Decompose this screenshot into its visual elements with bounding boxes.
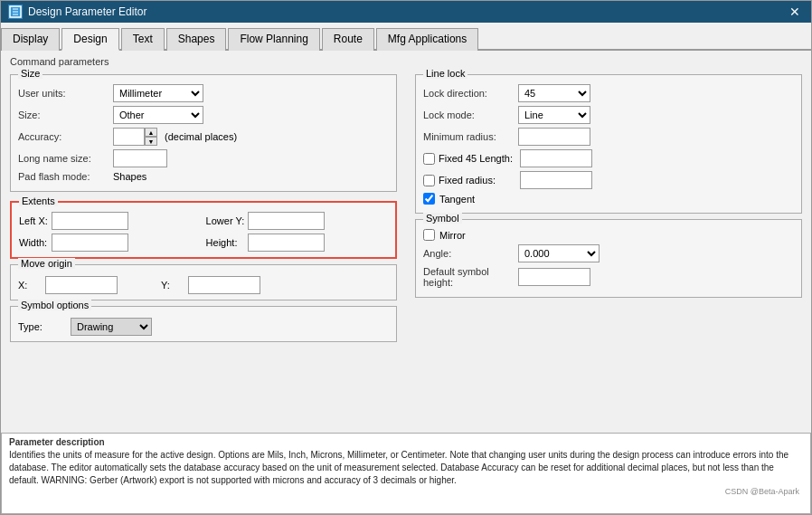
description-panel: Parameter description Identifies the uni… <box>1 433 811 514</box>
size-group: Size User units: Millimeter Size: Other <box>10 74 397 192</box>
width-input[interactable]: 200.0000 <box>52 234 128 252</box>
user-units-label: User units: <box>18 88 113 99</box>
lock-direction-label: Lock direction: <box>423 88 518 99</box>
min-radius-label: Minimum radius: <box>423 131 518 142</box>
long-name-row: Long name size: 255 <box>18 149 389 167</box>
fixed-radius-checkbox[interactable] <box>423 175 435 186</box>
lock-mode-label: Lock mode: <box>423 110 518 120</box>
default-height-label: Default symbol height: <box>423 266 518 288</box>
lock-direction-row: Lock direction: 45 <box>423 84 794 102</box>
pad-flash-value: Shapes <box>113 171 146 182</box>
width-label: Width: <box>19 237 48 248</box>
pad-flash-row: Pad flash mode: Shapes <box>18 171 389 182</box>
type-label: Type: <box>18 321 63 332</box>
spinner-up[interactable]: ▲ <box>145 128 157 137</box>
size-select[interactable]: Other <box>113 106 203 124</box>
move-origin-group: Move origin X: 0.0000 Y: 0.0000 <box>10 264 397 300</box>
close-button[interactable]: ✕ <box>786 5 804 19</box>
tangent-checkbox[interactable] <box>423 193 435 205</box>
left-x-label: Left X: <box>19 215 48 226</box>
tab-display[interactable]: Display <box>1 28 60 51</box>
angle-row: Angle: 0.000 <box>423 244 794 262</box>
accuracy-label: Accuracy: <box>18 131 113 142</box>
left-column: Size User units: Millimeter Size: Other <box>10 74 397 427</box>
tab-text[interactable]: Text <box>121 28 165 51</box>
lock-direction-select[interactable]: 45 <box>518 84 590 102</box>
tangent-label: Tangent <box>439 194 475 205</box>
lower-y-label: Lower Y: <box>195 215 245 226</box>
command-params-label: Command parameters <box>10 56 802 67</box>
spinner-buttons: ▲ ▼ <box>145 128 157 146</box>
size-label: Size: <box>18 110 113 120</box>
tangent-row: Tangent <box>423 193 794 205</box>
move-origin-title: Move origin <box>18 258 75 269</box>
line-lock-group: Line lock Lock direction: 45 Lock mode: … <box>415 74 802 214</box>
user-units-select[interactable]: Millimeter <box>113 84 203 102</box>
tab-mfg-applications[interactable]: Mfg Applications <box>376 28 478 51</box>
accuracy-input[interactable]: 4 <box>113 128 145 146</box>
description-text: Identifies the units of measure for the … <box>9 449 803 487</box>
size-row: Size: Other <box>18 106 389 124</box>
description-title: Parameter description <box>9 437 803 447</box>
type-select[interactable]: Drawing <box>71 318 152 336</box>
tab-flow-planning[interactable]: Flow Planning <box>228 28 319 51</box>
content-area: Command parameters Size User units: Mill… <box>1 51 811 433</box>
size-group-title: Size <box>18 68 42 79</box>
two-column-layout: Size User units: Millimeter Size: Other <box>10 74 802 427</box>
fixed45-checkbox[interactable] <box>423 153 435 165</box>
lower-y-input[interactable]: -50.0000 <box>248 212 325 230</box>
main-window: Design Parameter Editor ✕ Display Design… <box>0 0 812 515</box>
symbol-title: Symbol <box>423 213 462 224</box>
title-bar-left: Design Parameter Editor <box>8 5 146 19</box>
symbol-content: Mirror Angle: 0.000 Default symbol heigh… <box>423 229 794 288</box>
symbol-options-row: Type: Drawing <box>18 318 389 336</box>
height-label: Height: <box>195 237 245 248</box>
lock-mode-select[interactable]: Line <box>518 106 590 124</box>
default-height-input[interactable]: 3.8100 <box>518 268 590 286</box>
move-x-label: X: <box>18 280 38 291</box>
app-icon <box>8 5 23 19</box>
long-name-label: Long name size: <box>18 153 113 164</box>
tab-bar: Display Design Text Shapes Flow Planning… <box>1 23 811 51</box>
height-input[interactable]: 100.0000 <box>248 234 325 252</box>
fixed-radius-row: Fixed radius: 0.6350 <box>423 171 794 189</box>
fixed-radius-input[interactable]: 0.6350 <box>520 171 592 189</box>
line-lock-title: Line lock <box>423 68 467 79</box>
move-y-label: Y: <box>161 280 181 291</box>
title-text: Design Parameter Editor <box>28 5 146 18</box>
tab-route[interactable]: Route <box>322 28 374 51</box>
lock-mode-row: Lock mode: Line <box>423 106 794 124</box>
spinner-down[interactable]: ▼ <box>145 137 157 146</box>
mirror-row: Mirror <box>423 229 794 241</box>
fixed45-label: Fixed 45 Length: <box>439 153 520 164</box>
accuracy-suffix: (decimal places) <box>165 131 237 142</box>
tab-design[interactable]: Design <box>61 28 118 51</box>
mirror-label: Mirror <box>439 230 466 241</box>
min-radius-row: Minimum radius: 0.0000 <box>423 128 794 146</box>
symbol-group: Symbol Mirror Angle: 0.000 <box>415 219 802 298</box>
angle-select[interactable]: 0.000 <box>518 244 600 262</box>
mirror-checkbox[interactable] <box>423 229 435 241</box>
right-column: Line lock Lock direction: 45 Lock mode: … <box>415 74 802 427</box>
watermark: CSDN @Beta-Apark <box>9 487 803 496</box>
accuracy-row: Accuracy: 4 ▲ ▼ (decimal places) <box>18 128 389 146</box>
user-units-row: User units: Millimeter <box>18 84 389 102</box>
extents-title: Extents <box>19 196 58 206</box>
long-name-input[interactable]: 255 <box>113 149 167 167</box>
angle-label: Angle: <box>423 248 518 259</box>
left-x-input[interactable]: -50.0000 <box>52 212 128 230</box>
symbol-options-group: Symbol options Type: Drawing <box>10 306 397 342</box>
extents-grid: Left X: -50.0000 Lower Y: -50.0000 Width… <box>19 212 388 252</box>
line-lock-content: Lock direction: 45 Lock mode: Line <box>423 84 794 205</box>
accuracy-spinner: 4 ▲ ▼ <box>113 128 157 146</box>
min-radius-input[interactable]: 0.0000 <box>518 128 590 146</box>
default-height-row: Default symbol height: 3.8100 <box>423 266 794 288</box>
title-bar: Design Parameter Editor ✕ <box>1 1 811 23</box>
move-y-input[interactable]: 0.0000 <box>188 276 260 294</box>
tab-shapes[interactable]: Shapes <box>166 28 227 51</box>
fixed45-row: Fixed 45 Length: 0.6350 <box>423 149 794 167</box>
pad-flash-label: Pad flash mode: <box>18 171 113 182</box>
fixed45-input[interactable]: 0.6350 <box>520 149 592 167</box>
symbol-options-title: Symbol options <box>18 300 91 310</box>
move-x-input[interactable]: 0.0000 <box>45 276 118 294</box>
